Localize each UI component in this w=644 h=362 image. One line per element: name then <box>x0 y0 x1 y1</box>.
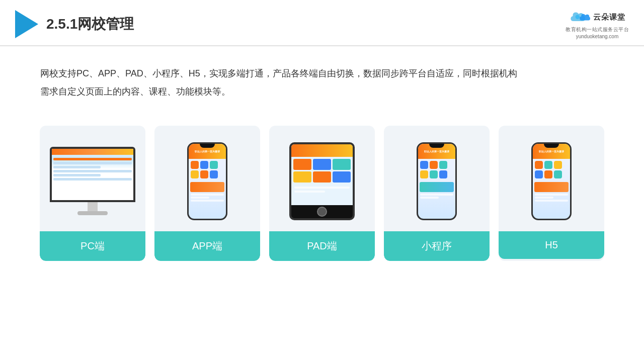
description-paragraph: 网校支持PC、APP、PAD、小程序、H5，实现多端打通，产品各终端自由切换，数… <box>40 64 604 101</box>
app-phone-icon: 职达人的第一堂兴趣课 <box>187 142 227 220</box>
brand-name: 云朵课堂 <box>593 13 625 22</box>
cloud-icon <box>569 9 590 25</box>
phone-notch-2 <box>429 144 444 148</box>
description-text: 网校支持PC、APP、PAD、小程序、H5，实现多端打通，产品各终端自由切换，数… <box>0 46 644 111</box>
h5-label: H5 <box>499 231 604 259</box>
pc-monitor-icon <box>50 147 135 215</box>
h5-image-area: 职达人的第一堂兴趣课 <box>499 126 604 231</box>
pad-home-button-icon <box>317 207 327 217</box>
pad-screen <box>291 144 353 205</box>
h5-card: 职达人的第一堂兴趣课 H5 <box>499 126 604 261</box>
miniprogram-phone-icon: 职达人的第一堂兴趣课 <box>417 142 457 220</box>
pc-card: PC端 <box>40 126 145 261</box>
pad-icon <box>289 142 355 220</box>
pad-image-area <box>269 126 375 231</box>
brand-url: yunduoketang.com <box>576 34 619 39</box>
pc-label: PC端 <box>40 231 145 261</box>
brand-logo: 云朵课堂 <box>569 9 625 25</box>
app-card: 职达人的第一堂兴趣课 APP端 <box>154 126 260 261</box>
miniprogram-label: 小程序 <box>384 231 490 261</box>
phone-screen-3: 职达人的第一堂兴趣课 <box>533 144 570 219</box>
header-left: 2.5.1网校管理 <box>15 10 134 38</box>
cards-container: PC端 职达人的第一堂兴趣课 <box>0 116 644 271</box>
pc-image-area <box>40 126 145 231</box>
app-image-area: 职达人的第一堂兴趣课 <box>154 126 260 231</box>
h5-phone-icon: 职达人的第一堂兴趣课 <box>531 142 572 220</box>
brand-tagline: 教育机构一站式服务云平台 <box>566 26 629 33</box>
page-title: 2.5.1网校管理 <box>46 15 134 34</box>
phone-screen: 职达人的第一堂兴趣课 <box>189 144 226 219</box>
pad-label: PAD端 <box>269 231 375 261</box>
phone-screen-2: 职达人的第一堂兴趣课 <box>418 144 455 219</box>
brand-section: 云朵课堂 教育机构一站式服务云平台 yunduoketang.com <box>566 9 629 39</box>
phone-notch-3 <box>544 144 559 148</box>
logo-triangle-icon <box>15 10 38 38</box>
phone-notch <box>200 144 215 148</box>
app-label: APP端 <box>154 231 260 261</box>
miniprogram-card: 职达人的第一堂兴趣课 小程序 <box>384 126 490 261</box>
pad-card: PAD端 <box>269 126 375 261</box>
svg-point-0 <box>576 15 580 19</box>
header: 2.5.1网校管理 云朵课堂 教育机构一站式服务云平台 yunduoketang… <box>0 0 644 46</box>
miniprogram-image-area: 职达人的第一堂兴趣课 <box>384 126 490 231</box>
